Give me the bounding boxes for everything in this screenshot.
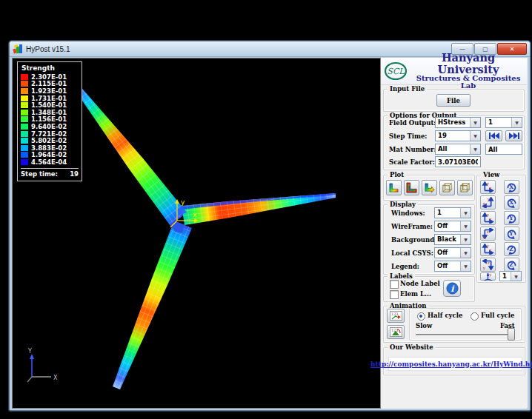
app-window: HyPost v15.1 — ▢ ✕ [9,41,531,411]
corner-axis-y-label: Y [27,348,32,355]
svg-text:y: y [487,197,491,202]
wireframe-value: Off [435,221,460,231]
color-legend: Strength 2.307E-012.115E-011.923E-011.73… [17,61,82,181]
website-group-label: Our Website [388,343,436,351]
node-label-checkbox[interactable] [390,280,399,289]
view-yz-back-button[interactable]: z y [480,258,496,272]
elem-label-checkbox[interactable] [390,290,399,299]
chevron-down-icon: ▼ [470,118,480,127]
display-group-label: Display [388,201,418,208]
svg-text:z: z [489,248,491,252]
legend-swatch [21,110,28,115]
view-xz-back-button[interactable]: z x [480,227,496,241]
legend-swatch [21,131,28,137]
view-yz-button[interactable]: y z [480,242,496,256]
legend-select[interactable]: Off ▼ [434,261,471,272]
legend-step-time-value: 19 [70,170,79,178]
legend-value: 1.348E-01 [31,109,67,116]
wireframe-label: WireFrame: [391,223,433,230]
legend-row: 4.564E-04 [21,158,79,166]
local-csys-select[interactable]: Off ▼ [434,247,471,258]
legend-row: 1.964E-02 [21,152,79,159]
rotate-z-reverse-button[interactable]: Z [504,258,519,272]
field-output-select[interactable]: HStress ▼ [435,117,481,128]
legend-value: 1.731E-01 [31,95,67,102]
plot-vector-button[interactable] [422,180,437,195]
svg-text:y: y [488,273,492,278]
background-value: Black [435,235,460,244]
local-csys-label: Local CSYS: [391,249,433,257]
view-group: View y x X [476,175,526,283]
axis-yz-mirrored-icon: z y [482,259,494,270]
display-group: Display Windows: 1 ▼ WireFrame: Off ▼ Ba… [383,204,475,275]
rotate-y-button[interactable]: Y [504,211,519,225]
legend-value: 1.156E-01 [31,115,67,123]
mat-number-input[interactable] [485,144,522,155]
axis-xz-mirrored-icon: z x [482,228,494,239]
legend-value: 2.115E-01 [31,80,67,87]
animate-history-icon: 123 [390,311,402,321]
rotate-x-button[interactable]: X [504,180,519,194]
node-label-text: Node Label [400,280,440,287]
info-button[interactable]: i [443,280,461,297]
control-panel: SCL Hanyang University Structures & Comp… [381,58,527,409]
skip-last-button[interactable] [505,130,522,141]
step-time-select[interactable]: 19 ▼ [435,130,481,141]
view-iso-button[interactable]: y [480,272,496,281]
plot-banded-button[interactable] [404,180,419,195]
labels-group-label: Labels [388,272,415,280]
animate-history-button[interactable]: 123 [387,309,405,323]
half-cycle-radio[interactable] [417,312,425,321]
rotate-z-button[interactable]: Z [504,242,519,256]
skip-first-button[interactable] [485,130,502,141]
legend-swatch [21,95,28,101]
view-number-select[interactable]: 1 ▼ [499,271,522,281]
rotate-x-reverse-button[interactable]: X [504,195,519,210]
legend-value: 1.964E-02 [31,151,67,158]
slow-label: Slow [416,322,432,329]
legend-swatch [21,74,28,80]
file-button[interactable]: File [436,94,471,107]
axis-xz-icon: z x [482,212,494,224]
svg-text:Z: Z [509,261,513,268]
legend-swatch [21,102,28,108]
input-file-group: Input File File [383,89,525,112]
info-icon: i [446,282,459,295]
render-viewport[interactable]: y x Y X Strength 2.307E-012.115E-011.923… [12,58,381,409]
website-strip: http://composites.hanyang.ac.kr/HyWind.h… [388,357,522,371]
background-select[interactable]: Black ▼ [434,234,471,245]
legend-swatch [21,159,28,165]
legend-row: 7.721E-02 [21,130,79,138]
full-cycle-label: Full cycle [481,312,514,319]
legend-row: 1.731E-01 [21,95,79,102]
legend-row: 2.115E-01 [21,81,79,88]
animate-mode-button[interactable]: 123 [387,325,405,339]
speed-slider-thumb[interactable] [508,328,515,341]
speed-slider-track[interactable] [416,334,515,336]
wireframe-select[interactable]: Off ▼ [434,221,471,232]
view-xy-button[interactable]: y x [480,180,496,194]
view-xz-button[interactable]: z x [480,211,496,225]
banded-plot-icon [406,182,417,193]
website-link[interactable]: http://composites.hanyang.ac.kr/HyWind.h… [370,361,532,368]
windows-select[interactable]: 1 ▼ [434,207,471,218]
mat-number-select[interactable]: All ▼ [435,144,481,155]
legend-title: Strength [21,64,79,72]
view-number-value: 1 [500,272,511,281]
rotate-x-icon: X [505,181,518,192]
plot-wireframe-button[interactable] [439,180,455,195]
rotate-y-icon: Y [505,212,518,224]
full-cycle-radio[interactable] [471,312,479,321]
vector-plot-icon [424,182,435,193]
scale-factor-input[interactable] [435,156,481,167]
scl-logo-icon: SCL [383,61,408,81]
legend-swatch [21,138,28,144]
view-xy-back-button[interactable]: y x [480,195,496,210]
plot-hidden-line-button[interactable] [457,180,473,195]
rotate-y-reverse-button[interactable]: Y [504,227,519,241]
field-component-value: 1 [486,118,511,127]
field-component-select[interactable]: 1 ▼ [485,117,522,128]
legend-swatch [21,116,28,122]
input-file-group-label: Input File [388,85,427,93]
plot-contour-button[interactable] [386,180,402,195]
